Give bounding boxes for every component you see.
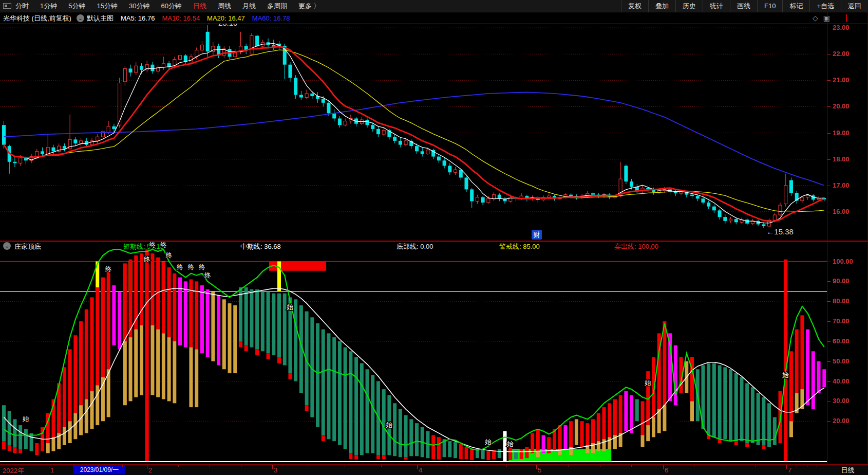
year-label: 2022年 xyxy=(3,466,24,475)
toolbar-button[interactable]: 复权 xyxy=(621,0,648,12)
month-label: 3 xyxy=(274,466,277,474)
diamond-icon[interactable]: ◇ xyxy=(813,14,823,22)
axis-tick-label: 50.00 xyxy=(833,357,850,365)
axis-tick-label: 70.00 xyxy=(833,317,850,325)
toolbar-button[interactable]: 叠加 xyxy=(648,0,675,12)
period-tab[interactable]: 60分钟 xyxy=(161,2,181,11)
period-tab[interactable]: 5分钟 xyxy=(68,2,85,11)
selected-date-box[interactable]: 2023/01/09/一 xyxy=(73,465,125,474)
svg-text:终: 终 xyxy=(177,263,183,271)
app-window: 分时1分钟5分钟15分钟30分钟60分钟日线周线月线多周期更多 〉 复权叠加历史… xyxy=(0,0,868,475)
price-axis: 23.0022.0021.0020.0019.0018.0017.0016.00… xyxy=(827,12,868,464)
main-chart-legend: 光华科技 (日线,前复权) ⌄ 默认主图 MA5: 16.76MA10: 16.… xyxy=(0,13,868,24)
svg-text:终: 终 xyxy=(187,263,194,271)
period-tab[interactable]: 分时 xyxy=(15,2,29,11)
svg-text:终: 终 xyxy=(105,265,112,273)
ma-legend: MA5: 16.76MA10: 16.54MA20: 16.47MA60: 16… xyxy=(114,14,290,22)
toolbar-button[interactable]: 历史 xyxy=(675,0,703,12)
toolbar-button[interactable]: 标记 xyxy=(782,0,809,12)
toolbar-button[interactable]: 画线 xyxy=(730,0,757,12)
symbol-title: 光华科技 (日线,前复权) xyxy=(3,14,71,23)
axis-tick-label: 23.00 xyxy=(833,24,850,31)
ma-legend-item: MA20: 16.47 xyxy=(207,14,245,22)
axis-tick-label: 30.00 xyxy=(833,397,850,405)
ma-legend-item: MA60: 16.78 xyxy=(252,14,290,22)
month-label: 4 xyxy=(419,466,422,474)
period-tab[interactable]: 15分钟 xyxy=(97,2,117,11)
svg-text:←15.38: ←15.38 xyxy=(766,227,794,236)
period-tab[interactable]: 1分钟 xyxy=(40,2,57,11)
indicator-chart[interactable]: 始始始始始始始终终终终终终终终终 xyxy=(0,242,827,464)
svg-text:终: 终 xyxy=(160,242,167,249)
toolbar-button[interactable]: F10 xyxy=(757,0,782,12)
svg-text:始: 始 xyxy=(506,440,514,448)
toolbar-button[interactable]: 统计 xyxy=(703,0,730,12)
axis-tick-label: 19.00 xyxy=(833,129,850,137)
time-axis: 2022年 2023/01/09/一 日线 1234567 xyxy=(0,464,868,475)
svg-text:始: 始 xyxy=(286,303,293,311)
axis-tick-label: 18.00 xyxy=(833,155,850,163)
axis-tick-label: 16.00 xyxy=(833,208,850,215)
axis-tick-label: 90.00 xyxy=(833,277,850,285)
axis-tick-label: 100.00 xyxy=(833,258,853,265)
svg-text:终: 终 xyxy=(144,255,150,263)
period-tab[interactable]: 日线 xyxy=(193,2,206,11)
ma-legend-item: MA10: 16.54 xyxy=(162,14,200,22)
axis-tick-label: 80.00 xyxy=(833,297,850,305)
chevron-circle-icon[interactable]: ⌄ xyxy=(77,14,84,22)
axis-tick-label: 17.00 xyxy=(833,181,850,189)
period-tab[interactable]: 月线 xyxy=(242,2,256,11)
svg-text:始: 始 xyxy=(385,421,392,429)
top-toolbar: 分时1分钟5分钟15分钟30分钟60分钟日线周线月线多周期更多 〉 复权叠加历史… xyxy=(0,0,868,12)
svg-text:~23.10: ~23.10 xyxy=(214,24,237,27)
svg-text:终: 终 xyxy=(149,242,156,249)
axis-tick-label: 22.00 xyxy=(833,50,850,58)
window-icon[interactable] xyxy=(3,3,11,9)
axis-tick-label: 40.00 xyxy=(833,377,850,385)
svg-text:始: 始 xyxy=(22,415,29,423)
axis-tick-label: 21.00 xyxy=(833,76,850,84)
toolbar-actions: 复权叠加历史统计画线F10标记+自选返回 xyxy=(621,0,868,12)
svg-text:终: 终 xyxy=(199,263,205,271)
axis-tick-label: 20.00 xyxy=(833,102,850,110)
svg-text:始: 始 xyxy=(484,438,492,446)
period-tabs: 分时1分钟5分钟15分钟30分钟60分钟日线周线月线多周期更多 〉 xyxy=(15,2,320,11)
svg-text:终: 终 xyxy=(166,251,173,259)
month-label: 7 xyxy=(788,466,791,474)
axis-tick-label: 20.00 xyxy=(833,417,850,425)
month-label: 1 xyxy=(50,466,54,474)
main-overlay-label[interactable]: 默认主图 xyxy=(87,14,114,23)
period-label-box[interactable]: 日线 xyxy=(828,465,867,475)
period-tab[interactable]: 30分钟 xyxy=(129,2,149,11)
month-label: 2 xyxy=(148,466,152,474)
period-tab[interactable]: 周线 xyxy=(218,2,231,11)
svg-text:终: 终 xyxy=(204,271,211,279)
toolbar-button[interactable]: +自选 xyxy=(809,0,841,12)
month-label: 6 xyxy=(665,466,668,474)
event-marker-badge[interactable]: 财 xyxy=(532,230,542,240)
svg-text:始: 始 xyxy=(644,379,651,387)
ma-legend-item: MA5: 16.76 xyxy=(121,14,155,22)
svg-text:始: 始 xyxy=(782,371,789,379)
main-candlestick-chart[interactable]: ~23.10←15.38 xyxy=(0,24,827,241)
month-label: 5 xyxy=(538,466,541,474)
period-tab[interactable]: 更多 〉 xyxy=(298,2,320,11)
toolbar-button[interactable]: 返回 xyxy=(841,0,868,12)
axis-tick-label: 60.00 xyxy=(833,337,850,345)
period-tab[interactable]: 多周期 xyxy=(267,2,287,11)
